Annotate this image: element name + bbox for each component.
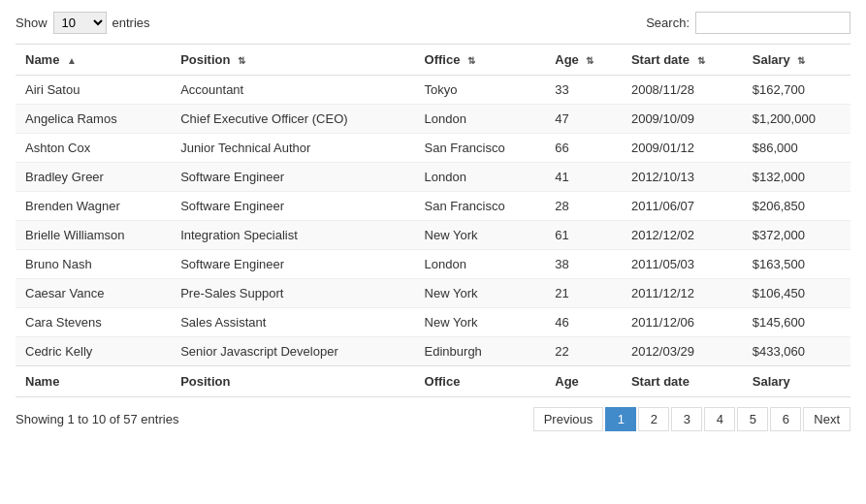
- search-bar: Search:: [646, 12, 850, 34]
- col-startdate-label: Start date: [631, 52, 690, 67]
- cell-name: Caesar Vance: [16, 279, 171, 308]
- cell-salary: $106,450: [743, 279, 850, 308]
- cell-name: Cedric Kelly: [16, 337, 171, 366]
- table-row: Brenden WagnerSoftware EngineerSan Franc…: [16, 192, 850, 221]
- cell-office: Edinburgh: [415, 337, 546, 366]
- page-button-2[interactable]: 2: [638, 407, 669, 431]
- foot-col-salary: Salary: [743, 366, 850, 397]
- cell-name: Bruno Nash: [16, 250, 171, 279]
- entries-select[interactable]: 102550100: [53, 12, 107, 34]
- foot-col-position: Position: [171, 366, 414, 397]
- col-age[interactable]: Age: [545, 45, 622, 76]
- col-position[interactable]: Position: [171, 45, 414, 76]
- table-foot: Name Position Office Age Start date Sala…: [16, 366, 850, 397]
- cell-name: Brenden Wagner: [16, 192, 171, 221]
- cell-salary: $162,700: [743, 76, 850, 105]
- bottom-bar: Showing 1 to 10 of 57 entries Previous 1…: [16, 407, 850, 431]
- table-body: Airi SatouAccountantTokyo332008/11/28$16…: [16, 76, 850, 366]
- top-bar: Show 102550100 entries Search:: [16, 12, 850, 34]
- startdate-sort-icon: [697, 55, 705, 66]
- header-row: Name Position Office Age Start date Sala…: [16, 45, 850, 76]
- col-office[interactable]: Office: [415, 45, 546, 76]
- cell-office: London: [415, 250, 546, 279]
- cell-startDate: 2011/12/06: [622, 308, 743, 337]
- col-name-label: Name: [25, 52, 59, 67]
- search-input[interactable]: [695, 12, 850, 34]
- table-head: Name Position Office Age Start date Sala…: [16, 45, 850, 76]
- table-row: Angelica RamosChief Executive Officer (C…: [16, 105, 850, 134]
- cell-office: London: [415, 163, 546, 192]
- position-sort-icon: [238, 55, 245, 66]
- cell-age: 41: [545, 163, 622, 192]
- cell-age: 22: [545, 337, 622, 366]
- foot-col-startdate: Start date: [622, 366, 743, 397]
- cell-office: New York: [415, 308, 546, 337]
- col-office-label: Office: [425, 52, 461, 67]
- col-name[interactable]: Name: [16, 45, 171, 76]
- cell-position: Software Engineer: [171, 250, 414, 279]
- cell-salary: $86,000: [743, 134, 850, 163]
- footer-row: Name Position Office Age Start date Sala…: [16, 366, 850, 397]
- office-sort-icon: [467, 55, 475, 66]
- cell-age: 28: [545, 192, 622, 221]
- cell-salary: $206,850: [743, 192, 850, 221]
- table-row: Cara StevensSales AssistantNew York46201…: [16, 308, 850, 337]
- cell-startDate: 2009/01/12: [622, 134, 743, 163]
- cell-startDate: 2011/06/07: [622, 192, 743, 221]
- table-row: Caesar VancePre-Sales SupportNew York212…: [16, 279, 850, 308]
- cell-position: Accountant: [171, 76, 414, 105]
- salary-sort-icon: [797, 55, 805, 66]
- cell-office: New York: [415, 279, 546, 308]
- cell-position: Junior Technical Author: [171, 134, 414, 163]
- cell-startDate: 2012/12/02: [622, 221, 743, 250]
- table-row: Bradley GreerSoftware EngineerLondon4120…: [16, 163, 850, 192]
- cell-position: Integration Specialist: [171, 221, 414, 250]
- cell-office: London: [415, 105, 546, 134]
- cell-age: 46: [545, 308, 622, 337]
- name-sort-icon: [67, 55, 77, 66]
- cell-salary: $163,500: [743, 250, 850, 279]
- cell-name: Airi Satou: [16, 76, 171, 105]
- table-row: Brielle WilliamsonIntegration Specialist…: [16, 221, 850, 250]
- cell-salary: $433,060: [743, 337, 850, 366]
- cell-salary: $145,600: [743, 308, 850, 337]
- page-button-6[interactable]: 6: [770, 407, 801, 431]
- table-row: Bruno NashSoftware EngineerLondon382011/…: [16, 250, 850, 279]
- cell-startDate: 2009/10/09: [622, 105, 743, 134]
- cell-office: San Francisco: [415, 192, 546, 221]
- cell-age: 47: [545, 105, 622, 134]
- page-button-4[interactable]: 4: [704, 407, 735, 431]
- foot-col-name: Name: [16, 366, 171, 397]
- table-row: Airi SatouAccountantTokyo332008/11/28$16…: [16, 76, 850, 105]
- page-button-1[interactable]: 1: [605, 407, 636, 431]
- cell-office: New York: [415, 221, 546, 250]
- cell-startDate: 2011/12/12: [622, 279, 743, 308]
- cell-name: Angelica Ramos: [16, 105, 171, 134]
- cell-position: Pre-Sales Support: [171, 279, 414, 308]
- cell-position: Software Engineer: [171, 163, 414, 192]
- next-button[interactable]: Next: [803, 407, 850, 431]
- cell-position: Senior Javascript Developer: [171, 337, 414, 366]
- page-button-5[interactable]: 5: [737, 407, 768, 431]
- data-table: Name Position Office Age Start date Sala…: [16, 44, 850, 397]
- col-position-label: Position: [180, 52, 230, 67]
- cell-position: Chief Executive Officer (CEO): [171, 105, 414, 134]
- cell-age: 66: [545, 134, 622, 163]
- table-row: Cedric KellySenior Javascript DeveloperE…: [16, 337, 850, 366]
- cell-startDate: 2012/10/13: [622, 163, 743, 192]
- cell-name: Cara Stevens: [16, 308, 171, 337]
- cell-office: Tokyo: [415, 76, 546, 105]
- previous-button[interactable]: Previous: [533, 407, 604, 431]
- page-button-3[interactable]: 3: [671, 407, 702, 431]
- foot-col-office: Office: [415, 366, 546, 397]
- pagination: Previous 123456Next: [533, 407, 850, 431]
- cell-age: 33: [545, 76, 622, 105]
- col-salary[interactable]: Salary: [743, 45, 850, 76]
- entries-label: entries: [112, 16, 150, 30]
- search-label: Search:: [646, 16, 690, 30]
- cell-salary: $1,200,000: [743, 105, 850, 134]
- cell-name: Brielle Williamson: [16, 221, 171, 250]
- col-startdate[interactable]: Start date: [622, 45, 743, 76]
- show-entries-control: Show 102550100 entries: [16, 12, 150, 34]
- cell-position: Software Engineer: [171, 192, 414, 221]
